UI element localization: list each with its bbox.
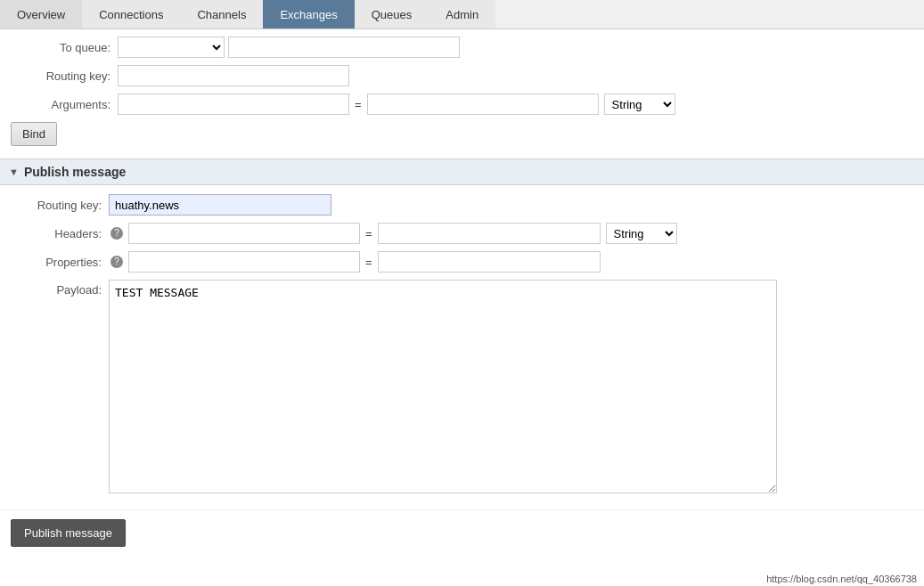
arguments-label: Arguments: [11,98,118,111]
properties-help-icon[interactable]: ? [110,256,123,268]
routing-key-bind-label: Routing key: [11,69,118,83]
to-queue-input[interactable] [228,37,460,58]
publish-message-button[interactable]: Publish message [11,519,126,547]
nav-tabs: Overview Connections Channels Exchanges … [0,0,924,29]
headers-eq-sign: = [360,227,378,240]
to-queue-label: To queue: [11,41,118,54]
pub-properties-label: Properties: [11,256,109,269]
tab-channels[interactable]: Channels [180,0,263,28]
publish-section-title: Publish message [24,165,126,179]
pub-payload-label: Payload: [11,280,109,297]
bottom-bar: Publish message [0,509,924,556]
pub-routing-key-input[interactable] [109,194,331,216]
bind-button[interactable]: Bind [11,122,57,146]
publish-arrow-icon: ▼ [9,167,19,177]
pub-payload-textarea[interactable]: TEST MESSAGE [109,280,777,493]
properties-eq-sign: = [360,256,378,269]
pub-routing-key-label: Routing key: [11,199,109,212]
arguments-type-select[interactable]: String Number Boolean [604,94,675,115]
routing-key-bind-row: Routing key: [11,65,913,86]
tab-overview[interactable]: Overview [0,0,82,28]
pub-payload-row: Payload: TEST MESSAGE [11,280,913,493]
publish-message-section-header[interactable]: ▼ Publish message [0,159,924,185]
pub-properties-val-input[interactable] [378,251,601,273]
pub-headers-val-input[interactable] [378,223,601,244]
arguments-row: Arguments: = String Number Boolean [11,94,913,115]
pub-routing-key-row: Routing key: [11,194,913,216]
to-queue-select[interactable] [118,37,225,58]
arguments-key-input[interactable] [118,94,349,115]
tab-connections[interactable]: Connections [82,0,180,28]
publish-section-content: Routing key: Headers: ? = String Number … [0,185,924,509]
pub-headers-label: Headers: [11,227,109,240]
main-content: To queue: Routing key: Arguments: = Stri… [0,29,924,556]
pub-headers-key-input[interactable] [128,223,360,244]
tab-exchanges[interactable]: Exchanges [263,0,354,28]
arguments-val-input[interactable] [367,94,599,115]
to-queue-row: To queue: [11,37,913,58]
pub-headers-row: Headers: ? = String Number Boolean [11,223,913,244]
bind-button-row: Bind [11,122,913,146]
bind-form-section: To queue: Routing key: Arguments: = Stri… [0,29,924,159]
tab-queues[interactable]: Queues [355,0,429,28]
tab-admin[interactable]: Admin [429,0,495,28]
headers-type-select[interactable]: String Number Boolean [606,223,677,244]
arguments-eq-sign: = [349,98,367,111]
pub-properties-row: Properties: ? = [11,251,913,273]
headers-help-icon[interactable]: ? [110,227,123,240]
routing-key-bind-input[interactable] [118,65,349,86]
pub-properties-key-input[interactable] [128,251,360,273]
